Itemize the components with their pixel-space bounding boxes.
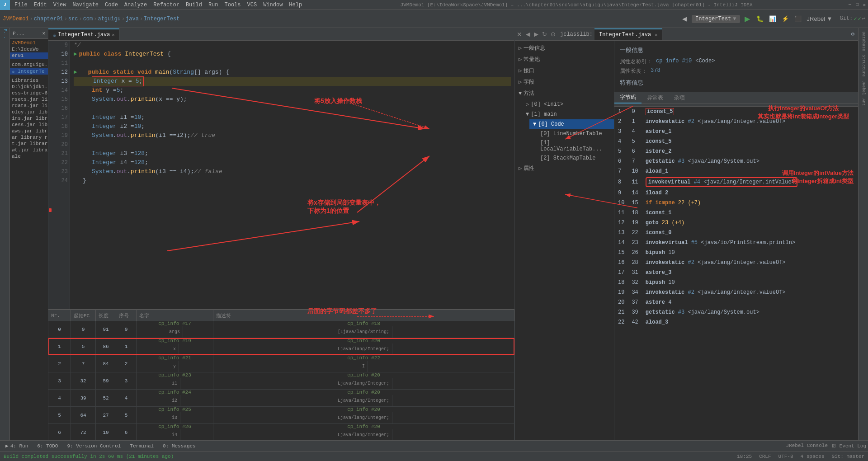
bytecode-forward-btn[interactable]: ▶ (532, 31, 540, 38)
tree-libraries[interactable]: Libraries (10, 77, 48, 84)
jrebel-console[interactable]: JRebel Console (786, 443, 828, 449)
profile-btn[interactable]: ⚡ (780, 13, 791, 25)
bc-row-6[interactable]: 6 7 getstatic #3 <java/lang/System.out> (614, 156, 858, 166)
bc-row-4[interactable]: 4 5 iconst_5 (614, 136, 858, 146)
menu-tools[interactable]: Tools (222, 1, 244, 9)
tree-localvariable[interactable]: [1] LocalVariableTab... (537, 138, 614, 154)
bytecode-nav-btn[interactable]: ⊙ (549, 31, 557, 38)
tree-linenumber[interactable]: [0] LineNumberTable (537, 129, 614, 138)
tab-exception-table[interactable]: 异常表 (642, 93, 669, 103)
tree-cess[interactable]: cess.jar libra (10, 122, 48, 128)
tab-terminal[interactable]: Terminal (126, 442, 157, 450)
coverage-btn[interactable]: 📊 (767, 13, 778, 25)
tree-wt[interactable]: wt.jar library (10, 147, 48, 153)
bc-row-17[interactable]: 17 31 astore_3 (614, 268, 858, 278)
bc-row-16[interactable]: 16 28 invokestatic #2 <java/lang/Integer… (614, 258, 858, 268)
bc-row-9[interactable]: 9 14 iload_2 (614, 188, 858, 198)
bc-row-11[interactable]: 11 18 iconst_1 (614, 208, 858, 218)
bc-row-8[interactable]: 8 11 invokevirtual #4 <java/lang/Integer… (614, 176, 858, 188)
sidebar-ant[interactable]: Ant (860, 97, 867, 108)
stop-btn[interactable]: ⬛ (793, 13, 803, 25)
bc-row-21[interactable]: 21 39 getstatic #3 <java/lang/System.out… (614, 307, 858, 317)
event-log[interactable]: 🖹 Event Log (831, 443, 866, 449)
sidebar-jrebel[interactable]: JRebel (860, 79, 867, 97)
tree-ploy[interactable]: oloy.jar libra (10, 109, 48, 115)
menu-navigate[interactable]: Navigate (70, 1, 101, 9)
code-editor[interactable]: 9 10 11 12 13 14 15 16 17 18 19 20 21 22… (48, 41, 514, 440)
tree-jvmdemo[interactable]: JVMDemo1 (10, 40, 48, 46)
tree-attributes[interactable]: ▷ 属性 (515, 163, 614, 174)
tab-vcs[interactable]: 9: Version Control (63, 442, 124, 450)
run-btn[interactable]: ▶ (742, 13, 753, 25)
bc-row-5[interactable]: 5 6 istore_2 (614, 146, 858, 156)
bc-row-20[interactable]: 20 37 astore 4 (614, 297, 858, 307)
tree-ale[interactable]: ale (10, 153, 48, 160)
tree-aws[interactable]: aws.jar library (10, 128, 48, 134)
menu-build[interactable]: Build (183, 1, 205, 9)
tree-t[interactable]: t.jar library r (10, 141, 48, 147)
sidebar-database[interactable]: Database (860, 30, 867, 53)
run-config[interactable]: IntegerTest ▼ (692, 15, 740, 23)
tree-rsets[interactable]: rsets.jar lib (10, 96, 48, 103)
tree-interfaces[interactable]: ▷ 接口 (515, 65, 614, 76)
menu-run[interactable]: Run (206, 1, 221, 9)
tree-bridge[interactable]: ess-bridge-6 (10, 90, 48, 96)
panel-close[interactable]: ✕ (42, 30, 45, 36)
tree-chapter01[interactable]: er01 (10, 52, 48, 59)
bc-row-10[interactable]: 10 15 if_icmpne 22 (+7) (614, 198, 858, 208)
bytecode-close-btn[interactable]: ✕ (515, 31, 524, 38)
tree-integertest[interactable]: ☕ IntegerTe (10, 68, 48, 75)
debug-btn[interactable]: 🐛 (755, 13, 765, 25)
tree-constant-pool[interactable]: ▷ 常量池 (515, 54, 614, 65)
bytecode-refresh-btn[interactable]: ↻ (540, 31, 549, 38)
bytecode-table-container[interactable]: 1 0 iconst_5 2 1 (614, 103, 858, 440)
menu-edit[interactable]: Edit (31, 1, 50, 9)
bc-row-2[interactable]: 2 1 invokestatic #2 <java/lang/Integer.v… (614, 117, 858, 127)
tab-misc[interactable]: 杂项 (669, 93, 690, 103)
bc-row-13[interactable]: 13 22 iconst_0 (614, 228, 858, 238)
menu-window[interactable]: Window (260, 1, 285, 9)
tree-rdata[interactable]: rdata.jar libr (10, 103, 48, 109)
bc-row-3[interactable]: 3 4 astore_1 (614, 127, 858, 136)
bc-row-18[interactable]: 18 32 bipush 10 (614, 278, 858, 287)
bc-row-7[interactable]: 7 10 aload_1 (614, 166, 858, 176)
tab-bytecode-inner[interactable]: 字节码 (614, 93, 642, 103)
sidebar-structure[interactable]: Structure (860, 53, 867, 79)
close-btn[interactable]: ✕ (861, 0, 868, 10)
menu-vcs[interactable]: VCS (245, 1, 260, 9)
bc-row-14[interactable]: 14 23 invokevirtual #5 <java/io/PrintStr… (614, 238, 858, 248)
menu-view[interactable]: View (51, 1, 69, 9)
tab-todo[interactable]: 6: TODO (33, 442, 61, 450)
menu-help[interactable]: Help (286, 1, 305, 9)
tree-init[interactable]: ▷ [0] <init> (522, 99, 614, 109)
tree-stackmap[interactable]: [2] StackMapTable (537, 154, 614, 163)
bc-row-22[interactable]: 22 42 aload_3 (614, 317, 858, 327)
bc-row-1[interactable]: 1 0 iconst_5 (614, 107, 858, 117)
tab-run[interactable]: ▶ 4: Run (2, 442, 32, 450)
tree-fields[interactable]: ▷ 字段 (515, 76, 614, 88)
menu-refactor[interactable]: Refactor (151, 1, 182, 9)
bytecode-back-btn[interactable]: ◀ (524, 31, 532, 38)
tab-integertest[interactable]: ☕ IntegerTest.java ✕ (48, 28, 119, 40)
tree-atguigu[interactable]: com.atguigu. (10, 61, 48, 68)
tree-code[interactable]: ▼ [0] Code (529, 119, 614, 129)
tree-ar[interactable]: ar library ro (10, 134, 48, 141)
tab-messages[interactable]: 0: Messages (159, 442, 199, 450)
jrebel-dropdown[interactable]: JRebel ▼ (805, 13, 835, 25)
bc-row-12[interactable]: 12 19 goto 23 (+4) (614, 218, 858, 228)
bc-row-15[interactable]: 15 26 bipush 10 (614, 248, 858, 258)
tree-general-info[interactable]: ▷ 一般信息 (515, 42, 614, 54)
bytecode-settings-icon[interactable]: ⚙ (851, 31, 858, 38)
back-btn[interactable]: ◀ (679, 13, 690, 25)
tree-jdk[interactable]: D:\jdk\jdk1. (10, 84, 48, 90)
tab-integertest-bytecode[interactable]: IntegerTest.java ✕ (594, 28, 662, 40)
menu-code[interactable]: Code (102, 1, 121, 9)
maximize-btn[interactable]: □ (854, 0, 861, 10)
menu-file[interactable]: File (12, 1, 30, 9)
tree-methods[interactable]: ▼ 方法 (515, 88, 614, 99)
tree-e-drive[interactable]: E:\IdeaWo (10, 46, 48, 52)
bc-row-19[interactable]: 19 34 invokestatic #2 <java/lang/Integer… (614, 287, 858, 297)
minimize-btn[interactable]: ─ (846, 0, 854, 10)
menu-analyze[interactable]: Analyze (122, 1, 150, 9)
tree-ins[interactable]: ins.jar library (10, 115, 48, 122)
